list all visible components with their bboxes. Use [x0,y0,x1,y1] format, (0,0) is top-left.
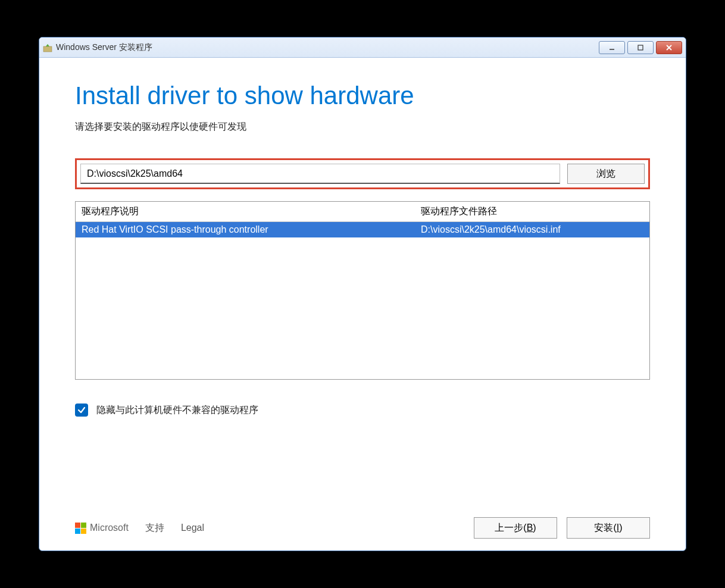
svg-rect-0 [43,46,52,52]
installer-window: Windows Server 安装程序 Install driver to sh… [39,37,686,551]
driver-list-header: 驱动程序说明 驱动程序文件路径 [76,202,649,222]
footer-left: Microsoft 支持 Legal [75,522,204,534]
app-icon [43,43,52,52]
window-controls [599,41,682,54]
svg-rect-2 [638,45,643,50]
microsoft-logo-icon [75,523,86,534]
minimize-icon [608,44,615,51]
driver-file-path: D:\vioscsi\2k25\amd64\vioscsi.inf [415,224,649,235]
footer-right: 上一步(B) 安装(I) [474,517,650,539]
footer: Microsoft 支持 Legal 上一步(B) 安装(I) [75,493,650,539]
checkmark-icon [77,406,86,414]
microsoft-label: Microsoft [90,523,129,533]
page-subheading: 请选择要安装的驱动程序以使硬件可发现 [75,121,650,133]
driver-path-input[interactable] [80,164,560,184]
driver-description: Red Hat VirtIO SCSI pass-through control… [76,224,415,235]
install-button[interactable]: 安装(I) [567,517,650,539]
microsoft-logo: Microsoft [75,523,129,534]
content-area: Install driver to show hardware 请选择要安装的驱… [39,58,686,551]
driver-list: 驱动程序说明 驱动程序文件路径 Red Hat VirtIO SCSI pass… [75,201,650,380]
column-header-description[interactable]: 驱动程序说明 [76,205,415,218]
minimize-button[interactable] [599,41,625,54]
window-title: Windows Server 安装程序 [56,42,599,53]
maximize-button[interactable] [627,41,654,54]
column-header-path[interactable]: 驱动程序文件路径 [415,205,649,218]
page-heading: Install driver to show hardware [75,82,650,110]
driver-list-row[interactable]: Red Hat VirtIO SCSI pass-through control… [76,222,649,237]
legal-link[interactable]: Legal [181,523,204,533]
close-button[interactable] [656,41,682,54]
support-link[interactable]: 支持 [145,522,164,534]
browse-button[interactable]: 浏览 [567,164,645,184]
titlebar: Windows Server 安装程序 [39,37,686,58]
close-icon [665,44,673,51]
back-button[interactable]: 上一步(B) [474,517,557,539]
hide-incompatible-label: 隐藏与此计算机硬件不兼容的驱动程序 [96,404,258,417]
maximize-icon [637,44,644,51]
hide-incompatible-checkbox[interactable] [75,404,88,417]
driver-path-row: 浏览 [75,158,650,189]
hide-incompatible-row: 隐藏与此计算机硬件不兼容的驱动程序 [75,404,650,417]
